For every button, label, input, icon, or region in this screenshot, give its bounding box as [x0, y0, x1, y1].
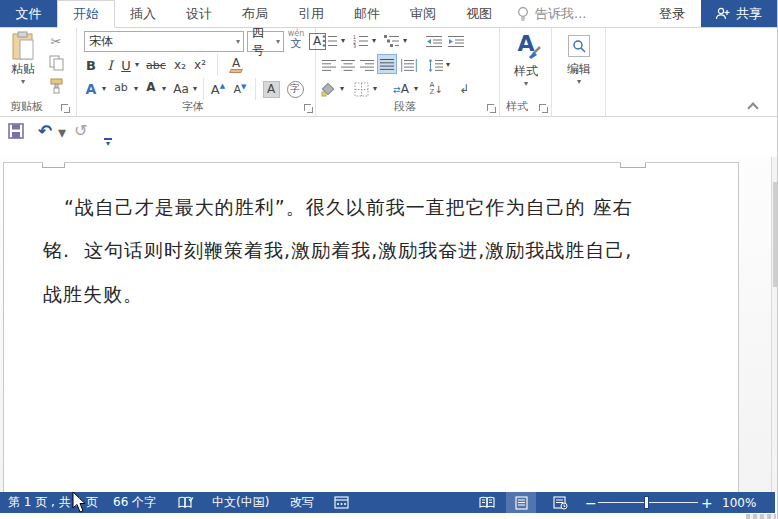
- sort-button[interactable]: A Z ↓: [426, 79, 446, 99]
- highlight-dropdown[interactable]: ▾: [132, 79, 140, 99]
- clear-formatting-button[interactable]: A: [225, 55, 247, 75]
- font-dialog-launcher[interactable]: [303, 103, 313, 113]
- shading-button[interactable]: [320, 79, 338, 99]
- line-spacing-button[interactable]: [426, 55, 444, 75]
- proofing-status[interactable]: [178, 492, 194, 513]
- subscript-button[interactable]: x₂: [171, 55, 189, 75]
- document-text-line[interactable]: “战自己才是最大的胜利”。很久以前我一直把它作为自己的 座右: [64, 195, 633, 221]
- redo-button[interactable]: ↺: [74, 121, 87, 140]
- align-center-button[interactable]: [339, 55, 357, 75]
- paste-button[interactable]: 粘贴 ▾: [4, 31, 42, 86]
- underline-dropdown[interactable]: ▾: [133, 55, 141, 75]
- styles-icon: A: [517, 31, 534, 63]
- word-count-status[interactable]: 66 个字: [113, 492, 156, 513]
- document-text-line[interactable]: 铭. 这句话则时刻鞭策着我,激励着我,激励我奋进,激励我战胜自己,: [43, 238, 632, 264]
- clipboard-dialog-launcher[interactable]: [60, 103, 70, 113]
- strikethrough-button[interactable]: abc: [143, 55, 169, 75]
- zoom-out-button[interactable]: −: [585, 492, 597, 513]
- highlight-icon: ab: [114, 82, 128, 97]
- shading-dropdown[interactable]: ▾: [338, 79, 346, 99]
- font-name-dropdown[interactable]: ▾: [233, 38, 243, 46]
- align-left-button[interactable]: [320, 55, 338, 75]
- change-case-dropdown[interactable]: ▾: [191, 79, 199, 99]
- web-layout-button[interactable]: [545, 492, 575, 513]
- grow-font-button[interactable]: A▲: [208, 79, 228, 99]
- tab-view[interactable]: 视图: [451, 0, 507, 27]
- line-spacing-dropdown[interactable]: ▾: [444, 55, 452, 75]
- tab-file[interactable]: 文件: [0, 0, 57, 27]
- editing-dropdown[interactable]: ▾: [577, 78, 581, 86]
- phonetic-guide-button[interactable]: wén 文: [286, 29, 306, 49]
- superscript-button[interactable]: x²: [191, 55, 209, 75]
- bullets-dropdown[interactable]: ▾: [339, 31, 347, 51]
- italic-button[interactable]: I: [103, 55, 117, 75]
- borders-button[interactable]: [352, 79, 370, 99]
- borders-dropdown[interactable]: ▾: [371, 79, 379, 99]
- justify-button[interactable]: [377, 54, 397, 74]
- multilevel-list-button[interactable]: [383, 31, 401, 51]
- tab-insert[interactable]: 插入: [115, 0, 171, 27]
- copy-button[interactable]: [46, 53, 66, 73]
- overtype-status[interactable]: 改写: [290, 492, 314, 513]
- paste-dropdown[interactable]: ▾: [21, 78, 25, 86]
- customize-qat-button[interactable]: ▾: [104, 125, 112, 147]
- read-mode-button[interactable]: [472, 492, 502, 513]
- text-effects-dropdown[interactable]: ▾: [100, 79, 108, 99]
- tab-design[interactable]: 设计: [171, 0, 227, 27]
- share-button[interactable]: 共享: [701, 0, 778, 27]
- zoom-percentage[interactable]: 100%: [722, 492, 756, 513]
- styles-button[interactable]: A 样式 ▾: [505, 31, 547, 88]
- read-mode-icon: [479, 496, 495, 509]
- numbering-button[interactable]: 123: [352, 31, 370, 51]
- font-name-combo[interactable]: 宋体 ▾: [84, 31, 244, 52]
- styles-dropdown[interactable]: ▾: [524, 80, 528, 88]
- enclose-characters-button[interactable]: 字: [285, 79, 305, 99]
- paragraph-dialog-launcher[interactable]: [486, 103, 496, 113]
- underline-button[interactable]: U: [119, 55, 133, 75]
- cut-button[interactable]: ✂: [46, 31, 66, 51]
- increase-indent-button[interactable]: [446, 31, 466, 51]
- decrease-indent-button[interactable]: [424, 31, 444, 51]
- multilevel-list-dropdown[interactable]: ▾: [401, 31, 409, 51]
- show-marks-button[interactable]: ↲: [454, 79, 474, 99]
- format-painter-button[interactable]: [46, 76, 66, 96]
- vertical-scrollbar[interactable]: [771, 157, 778, 492]
- bold-button[interactable]: B: [83, 55, 99, 75]
- asian-layout-dropdown[interactable]: ▾: [412, 79, 420, 99]
- document-text-line[interactable]: 战胜失败。: [43, 282, 143, 308]
- font-size-dropdown[interactable]: ▾: [273, 38, 283, 46]
- numbering-dropdown[interactable]: ▾: [370, 31, 378, 51]
- zoom-slider-thumb[interactable]: [644, 496, 649, 509]
- asian-layout-button[interactable]: ⇄A: [390, 79, 412, 99]
- tab-home[interactable]: 开始: [57, 0, 115, 28]
- character-shading-button[interactable]: A: [261, 79, 281, 99]
- text-effects-button[interactable]: A: [82, 79, 100, 99]
- save-button[interactable]: [8, 123, 24, 143]
- document-page[interactable]: “战自己才是最大的胜利”。很久以前我一直把它作为自己的 座右 铭. 这句话则时刻…: [3, 162, 739, 492]
- language-status[interactable]: 中文(中国): [212, 492, 269, 513]
- change-case-button[interactable]: Aa: [171, 79, 191, 99]
- editing-button[interactable]: 编辑 ▾: [559, 31, 599, 86]
- tell-me-box[interactable]: 告诉我...: [517, 0, 586, 27]
- font-color-dropdown[interactable]: ▾: [160, 79, 168, 99]
- undo-button[interactable]: ↶: [38, 121, 52, 141]
- bullets-button[interactable]: [321, 31, 339, 51]
- zoom-in-button[interactable]: +: [701, 492, 713, 513]
- sign-in-button[interactable]: 登录: [643, 0, 701, 27]
- collapse-ribbon-icon[interactable]: [749, 101, 758, 110]
- highlight-button[interactable]: ab: [111, 79, 131, 99]
- tab-review[interactable]: 审阅: [395, 0, 451, 27]
- print-layout-button[interactable]: [506, 492, 536, 513]
- macro-record-status[interactable]: [334, 492, 349, 513]
- tab-layout[interactable]: 布局: [227, 0, 283, 27]
- align-right-button[interactable]: [358, 55, 376, 75]
- distributed-button[interactable]: [399, 55, 419, 75]
- font-size-combo[interactable]: 四号 ▾: [247, 31, 284, 52]
- tab-mailings[interactable]: 邮件: [339, 0, 395, 27]
- scrollbar-thumb[interactable]: [773, 182, 778, 287]
- tab-references[interactable]: 引用: [283, 0, 339, 27]
- shrink-font-button[interactable]: A▼: [230, 79, 250, 99]
- styles-dialog-launcher[interactable]: [538, 103, 548, 113]
- font-color-button[interactable]: A: [143, 79, 159, 99]
- undo-dropdown[interactable]: ▾: [58, 129, 66, 137]
